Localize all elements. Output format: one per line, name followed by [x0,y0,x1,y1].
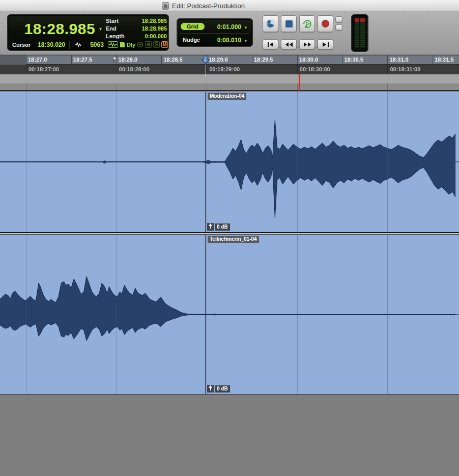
gridline [297,235,298,394]
transport-expand-bottom-button[interactable] [335,24,342,31]
track-teilnehmerin[interactable]: Teilnehmerin_01-04 0 dB [0,235,459,394]
fast-forward-icon [304,42,311,47]
clip-gain-value[interactable]: 0 dB [215,223,230,231]
meter-right-column [360,18,365,48]
loop-play-icon [302,19,312,29]
insertion-line [206,65,206,77]
minsec-tick [387,55,388,64]
main-counter[interactable]: 18:28.985 ▼ [12,17,103,41]
counter-separator [104,18,104,41]
meter-clip-segment [360,18,365,22]
chevron-down-icon[interactable]: ▼ [98,26,103,32]
window-title: Edit: Podcast-Produktion [172,2,245,10]
transport-expand-top-button[interactable] [335,16,342,22]
minsec-label: 18:27.0 [28,57,47,63]
nudge-value-group[interactable]: 0:00.010▼ [217,35,248,44]
clip-label[interactable]: Moderation-04 [208,93,246,100]
minsec-label: 18:30.0 [299,57,318,63]
mute-indicator[interactable]: M [161,41,168,48]
track-moderation[interactable]: Moderation-04 0 dB [0,92,459,232]
marker-flag-icon[interactable] [113,56,118,63]
gridline [117,235,117,394]
insertion-follows-playback-icon[interactable] [108,41,118,48]
gridline [26,83,26,90]
stop-icon [285,20,293,27]
stop-button[interactable] [281,15,297,32]
clip-gain-chip[interactable]: 0 dB [207,223,230,231]
end-label: End [106,25,117,32]
length-value[interactable]: 0:00.000 [145,33,167,39]
waveform-moderation [0,92,459,232]
minsec-label: 18:29.5 [254,57,273,63]
main-counter-value[interactable]: 18:28.985 [24,20,95,38]
minsec-ruler[interactable]: 18:27.018:27.518:28.018:28.518:29.018:29… [0,55,459,65]
meter-clip-segment [355,18,359,22]
minsec-tick [297,55,298,64]
loop-play-button[interactable] [299,15,315,32]
minsec-tick [161,55,162,64]
solo-indicator[interactable]: S [153,41,160,48]
record-button[interactable] [318,15,333,32]
gridline [117,83,117,90]
minsec-tick [342,55,343,64]
nudge-value: 0:00.010 [217,37,241,44]
playhead-line [299,74,300,91]
pro-tools-edit-window: Edit: Podcast-Produktion 18:28.985 ▼ Sta… [0,0,459,476]
timecode-tick [297,65,298,74]
grid-mode-button[interactable]: Grid [181,23,205,30]
go-to-end-button[interactable] [318,39,333,49]
rewind-button[interactable] [281,39,297,49]
document-icon[interactable] [120,41,125,48]
session-document-icon [162,2,169,10]
gridline [117,92,117,232]
cursor-label: Cursor [12,42,31,48]
meter-left-column [355,18,359,48]
clip-label[interactable]: Teilnehmerin_01-04 [208,236,259,243]
timecode-tick [26,65,26,74]
window-titlebar[interactable]: Edit: Podcast-Produktion [0,0,459,11]
nudge-label: Nudge [181,37,200,43]
main-counter-panel: 18:28.985 ▼ Start 18:28.985 End 18:28.98… [7,14,169,51]
collapsed-lane [0,83,459,91]
start-label: Start [106,18,119,24]
timecode-label: 00:18:27:00 [28,66,59,72]
timecode-ruler[interactable]: 00:18:27:0000:18:28:0000:18:29:0000:18:3… [0,65,459,74]
selection-start-row[interactable]: Start 18:28.985 [106,17,167,24]
clip-gain-fader-icon[interactable] [207,385,214,393]
return-to-zero-button[interactable] [263,39,278,49]
input-monitor-indicator[interactable]: ✳ [145,41,152,48]
clip-gain-fader-icon[interactable] [207,223,214,231]
empty-tracks-area [0,394,459,476]
online-button[interactable] [263,15,278,32]
timecode-label: 00:18:30:00 [300,66,330,72]
minsec-ruler-leading-cell [0,55,26,65]
waveform-cursor-icon [75,42,81,47]
record-icon [322,20,329,27]
minsec-tick [26,55,26,64]
gridline [26,235,26,394]
insertion-arrow-icon[interactable] [201,55,210,64]
minsec-tick [252,55,252,64]
gridline [207,83,207,90]
start-value[interactable]: 18:28.985 [141,18,167,24]
timecode-tick [387,65,388,74]
gridline [207,92,207,232]
gridline [387,83,388,90]
fast-forward-button[interactable] [299,39,315,49]
minsec-label: 18:27.5 [73,57,92,63]
minsec-tick [433,55,433,64]
record-enable-indicator-icon[interactable] [137,41,144,48]
sample-count-value: 5063 [85,41,104,48]
clip-gain-value[interactable]: 0 dB [215,385,230,393]
length-label: Length [106,33,125,39]
end-value[interactable]: 18:28.985 [141,25,167,32]
go-to-end-icon [323,42,329,47]
waveform-teilnehmerin [0,235,459,394]
gridline [387,92,388,232]
timecode-tick [117,65,117,74]
grid-value: 0:01.000 [217,23,241,31]
chevron-down-icon: ▼ [244,39,248,43]
grid-value-group[interactable]: 0:01.000▼ [217,22,248,31]
selection-end-row[interactable]: End 18:28.985 [106,24,167,32]
clip-gain-chip[interactable]: 0 dB [207,385,230,393]
